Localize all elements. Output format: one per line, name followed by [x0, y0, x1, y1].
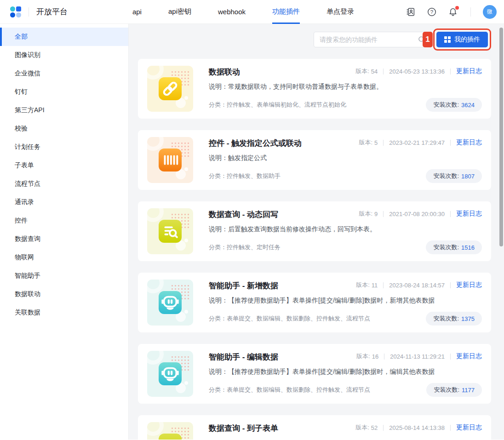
robot-icon: [160, 363, 181, 384]
updated-timestamp: 2023-02-21 17:29:47: [389, 139, 445, 146]
plugin-cards: 数据联动 版本:54 2024-05-23 13:13:36 更新日志 说明：常…: [138, 59, 491, 440]
sidebar-item-validation[interactable]: 校验: [0, 120, 128, 138]
robot-icon: [160, 292, 181, 313]
plugin-icon-tile: [147, 280, 193, 326]
sidebar-item-third-party-api[interactable]: 第三方API: [0, 101, 128, 120]
top-nav: api api密钥 webhook 功能插件 单点登录: [81, 0, 405, 24]
plugin-title: 控件 - 触发指定公式或联动: [209, 138, 359, 149]
plugin-title: 数据查询 - 动态回写: [209, 209, 359, 220]
updated-timestamp: 2025-08-14 14:13:38: [389, 424, 445, 431]
avatar[interactable]: 微: [483, 5, 497, 19]
annotation-outline: 1 我的插件: [433, 29, 491, 51]
plugin-description: 说明：【推荐使用数据助手】表单操作[提交/编辑/删除]数据时，编辑其他表数据: [209, 368, 482, 376]
plugin-categories: 分类：表单提交、数据编辑、数据删除、控件触发、流程节点: [209, 386, 370, 397]
plugin-card: 数据联动 版本:54 2024-05-23 13:13:36 更新日志 说明：常…: [138, 59, 491, 119]
install-count-badge: 安装次数:1177: [426, 383, 482, 397]
plugin-card: 数据查询 - 动态回写 版本:9 2021-07-08 20:00:30 更新日…: [138, 201, 491, 261]
install-count-badge: 安装次数:1516: [426, 240, 482, 254]
changelog-link[interactable]: 更新日志: [456, 67, 482, 75]
sidebar-item-flow-node[interactable]: 流程节点: [0, 175, 128, 193]
scrollbar[interactable]: [499, 28, 503, 246]
plugin-title: 数据查询 - 到子表单: [209, 423, 355, 434]
help-glyph: ?: [430, 9, 433, 14]
changelog-link[interactable]: 更新日志: [456, 281, 482, 289]
search-input[interactable]: [314, 32, 430, 47]
sidebar-item-dingtalk[interactable]: 钉钉: [0, 83, 128, 101]
plugin-icon-tile: [147, 137, 193, 183]
plugin-description: 说明：后置触发查询数据当前修改操作动态，回写到本表。: [209, 225, 482, 234]
plugin-description: 说明：配置自定义条件查询数据到当前表子表单内: [209, 439, 482, 440]
plugin-meta: 版本:5 2023-02-21 17:29:47 更新日志: [359, 138, 482, 147]
link-icon: [160, 78, 181, 99]
updated-timestamp: 2024-05-23 13:13:36: [389, 68, 445, 75]
updated-timestamp: 2023-08-24 18:14:57: [389, 282, 445, 289]
plugin-description: 说明：触发指定公式: [209, 154, 482, 162]
updated-timestamp: 2024-11-13 11:29:21: [390, 353, 445, 360]
plugin-icon-tile: [147, 66, 193, 112]
plugin-categories: 分类：控件触发、数据助手: [209, 172, 281, 183]
my-plugins-label: 我的插件: [454, 35, 480, 44]
sidebar-item-data-query[interactable]: 数据查询: [0, 230, 128, 248]
notification-bell-icon[interactable]: [447, 6, 458, 17]
notification-dot: [455, 6, 459, 10]
install-count-badge: 安装次数:3624: [426, 98, 482, 112]
plugin-categories: 分类：控件触发、定时任务: [209, 243, 281, 254]
plugin-meta: 版本:11 2023-08-24 18:14:57 更新日志: [356, 281, 482, 289]
plugin-card: 智能助手 - 编辑数据 版本:16 2024-11-13 11:29:21 更新…: [138, 344, 491, 404]
plugin-list-panel: 1 我的插件: [129, 24, 504, 440]
sidebar-item-data-linkage[interactable]: 数据联动: [0, 285, 128, 303]
barcode-icon: [160, 149, 181, 171]
sidebar-item-related-data[interactable]: 关联数据: [0, 303, 128, 322]
plugin-meta: 版本:54 2024-05-23 13:13:36 更新日志: [355, 67, 482, 75]
plugin-card: 数据查询 - 到子表单 版本:52 2025-08-14 14:13:38 更新…: [138, 415, 491, 440]
grid-icon: [444, 36, 451, 43]
changelog-link[interactable]: 更新日志: [456, 138, 482, 147]
plugin-categories: 分类：控件触发、表单编辑初始化、流程节点初始化: [209, 101, 346, 112]
plugin-icon-tile: [147, 422, 193, 440]
changelog-link[interactable]: 更新日志: [456, 352, 482, 360]
divider: [29, 7, 29, 17]
plugin-card: 智能助手 - 新增数据 版本:11 2023-08-24 18:14:57 更新…: [138, 273, 491, 332]
plugin-meta: 版本:9 2021-07-08 20:00:30 更新日志: [359, 210, 482, 218]
sidebar-item-scheduled-tasks[interactable]: 计划任务: [0, 138, 128, 156]
annotation-badge: 1: [423, 32, 433, 47]
doc-icon: [160, 434, 181, 440]
help-icon[interactable]: ?: [426, 6, 437, 17]
plugin-title: 智能助手 - 新增数据: [209, 280, 356, 291]
my-plugins-button[interactable]: 我的插件: [436, 32, 488, 47]
changelog-link[interactable]: 更新日志: [456, 423, 482, 432]
plugin-icon-tile: [147, 351, 193, 397]
plugin-title: 数据联动: [209, 67, 355, 77]
sidebar-item-wecom[interactable]: 企业微信: [0, 64, 128, 83]
sidebar-item-smart-assistant[interactable]: 智能助手: [0, 267, 128, 285]
plugin-meta: 版本:52 2025-08-14 14:13:38 更新日志: [355, 423, 482, 432]
page-title: 开放平台: [36, 6, 68, 17]
toolbar: 1 我的插件: [138, 29, 491, 51]
search-box: [314, 32, 430, 47]
doc-search-icon: [160, 221, 181, 242]
nav-item-api[interactable]: api: [132, 0, 142, 24]
nav-item-sso[interactable]: 单点登录: [326, 0, 354, 24]
sidebar-item-image-recognition[interactable]: 图像识别: [0, 46, 128, 64]
plugin-description: 说明：常规数据联动，支持同时联动普通数据与子表单数据。: [209, 83, 482, 91]
plugin-title: 智能助手 - 编辑数据: [209, 352, 356, 362]
changelog-link[interactable]: 更新日志: [456, 210, 482, 218]
sidebar-item-all[interactable]: 全部: [0, 28, 128, 46]
sidebar-item-subform[interactable]: 子表单: [0, 156, 128, 175]
nav-item-webhook[interactable]: webhook: [218, 0, 246, 24]
nav-item-plugins[interactable]: 功能插件: [272, 0, 300, 24]
plugin-card: 控件 - 触发指定公式或联动 版本:5 2023-02-21 17:29:47 …: [138, 130, 491, 190]
nav-item-api-key[interactable]: api密钥: [168, 0, 191, 24]
address-book-icon[interactable]: [405, 6, 416, 17]
top-header: 开放平台 api api密钥 webhook 功能插件 单点登录 ?: [0, 0, 504, 24]
install-count-badge: 安装次数:1807: [426, 169, 482, 183]
sidebar-item-widget[interactable]: 控件: [0, 211, 128, 230]
plugin-categories: 分类：表单提交、数据编辑、数据删除、控件触发、流程节点: [209, 314, 370, 326]
app-logo-icon: [10, 6, 21, 17]
plugin-icon-tile: [147, 208, 193, 254]
sidebar-item-iot[interactable]: 物联网: [0, 248, 128, 267]
sidebar-item-contacts[interactable]: 通讯录: [0, 193, 128, 211]
plugin-description: 说明：【推荐使用数据助手】表单操作[提交/编辑/删除]数据时，新增其他表数据: [209, 297, 482, 305]
install-count-badge: 安装次数:1375: [426, 312, 482, 326]
divider: [470, 7, 471, 17]
